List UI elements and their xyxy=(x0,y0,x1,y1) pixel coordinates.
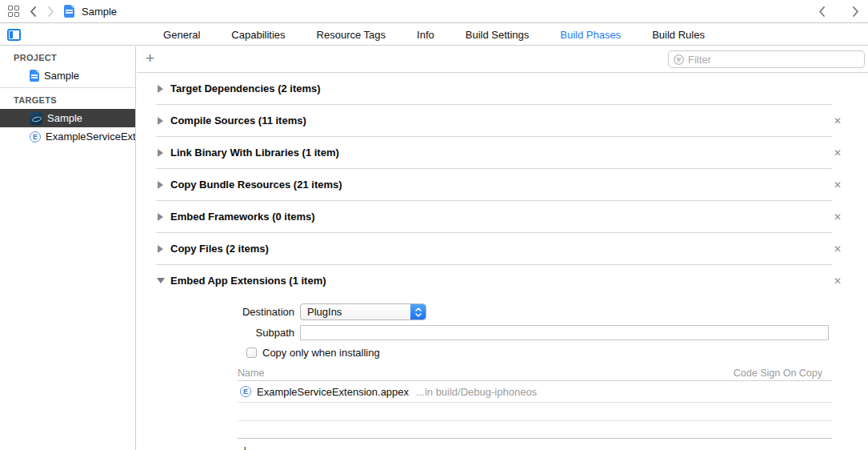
targets-section-header: TARGETS xyxy=(0,91,135,109)
filter-field[interactable] xyxy=(668,50,865,68)
tab-info[interactable]: Info xyxy=(417,29,434,41)
destination-popup[interactable]: PlugIns xyxy=(300,303,426,320)
extension-target-icon: E xyxy=(30,131,41,143)
checkbox-icon[interactable] xyxy=(246,348,257,358)
add-build-phase-button[interactable]: + xyxy=(146,50,154,67)
add-item-button[interactable]: + xyxy=(241,443,250,450)
phase-embed-app-extensions[interactable]: Embed App Extensions (1 item) ✕ xyxy=(137,265,868,296)
sidebar-item-target-sample[interactable]: Sample xyxy=(0,109,135,127)
copy-only-label: Copy only when installing xyxy=(262,347,380,359)
app-target-icon xyxy=(30,112,42,125)
name-column-header: Name xyxy=(238,368,264,379)
close-icon[interactable]: ✕ xyxy=(834,180,842,190)
phase-embed-frameworks[interactable]: Embed Frameworks (0 items) ✕ xyxy=(137,201,868,232)
sidebar-item-project-sample[interactable]: Sample xyxy=(0,66,135,85)
target-item-label: Sample xyxy=(47,112,82,124)
project-file-icon xyxy=(30,70,39,82)
disclosure-triangle-icon[interactable] xyxy=(158,149,163,157)
project-item-label: Sample xyxy=(44,70,79,82)
disclosure-triangle-icon[interactable] xyxy=(158,181,163,189)
next-issue-icon[interactable] xyxy=(851,6,860,18)
filter-icon xyxy=(674,54,684,65)
back-icon[interactable] xyxy=(29,6,38,18)
phase-compile-sources[interactable]: Compile Sources (11 items) ✕ xyxy=(137,105,868,136)
tab-resource-tags[interactable]: Resource Tags xyxy=(317,29,386,41)
tab-general[interactable]: General xyxy=(163,29,200,41)
tab-capabilities[interactable]: Capabilities xyxy=(231,29,285,41)
disclosure-triangle-icon[interactable] xyxy=(158,213,163,221)
popup-stepper-icon xyxy=(410,304,426,319)
warning-badge[interactable]: ! xyxy=(832,6,846,18)
phases-toolbar: + xyxy=(137,46,868,73)
sidebar-item-target-extension[interactable]: E ExampleServiceExte... xyxy=(0,127,135,146)
appex-file-location: ...in build/Debug-iphoneos xyxy=(416,386,537,398)
disclosure-triangle-icon[interactable] xyxy=(158,117,163,125)
target-tabs: General Capabilities Resource Tags Info … xyxy=(0,29,868,41)
related-items-grid-icon[interactable] xyxy=(8,6,20,18)
close-icon[interactable]: ✕ xyxy=(834,148,842,158)
tab-build-rules[interactable]: Build Rules xyxy=(652,29,705,41)
subpath-label: Subpath xyxy=(137,327,294,339)
disclosure-triangle-icon[interactable] xyxy=(158,245,163,253)
disclosure-triangle-icon[interactable] xyxy=(158,85,163,93)
remove-item-button[interactable]: − xyxy=(260,443,269,450)
phase-link-binary[interactable]: Link Binary With Libraries (1 item) ✕ xyxy=(137,137,868,168)
phase-target-dependencies[interactable]: Target Dependencies (2 items) xyxy=(137,73,868,104)
close-icon[interactable]: ✕ xyxy=(834,116,842,126)
copy-only-when-installing-row[interactable]: Copy only when installing xyxy=(246,347,868,359)
close-icon[interactable]: ✕ xyxy=(834,244,842,254)
appex-file-icon: E xyxy=(240,386,251,397)
forward-icon[interactable] xyxy=(46,6,55,18)
build-phases-editor: + Target Dependencies (2 items) Compile … xyxy=(137,46,868,450)
project-targets-sidebar: PROJECT Sample TARGETS Sample E ExampleS… xyxy=(0,46,136,450)
appex-file-name: ExampleServiceExtension.appex xyxy=(257,386,409,398)
project-section-header: PROJECT xyxy=(0,49,135,66)
filter-input[interactable] xyxy=(688,54,859,66)
tab-build-settings[interactable]: Build Settings xyxy=(466,29,530,41)
tab-build-phases[interactable]: Build Phases xyxy=(560,29,621,41)
window-toolbar: Sample ! xyxy=(0,0,868,23)
destination-label: Destination xyxy=(137,306,294,318)
file-icon xyxy=(64,5,74,18)
disclosure-triangle-icon[interactable] xyxy=(157,278,165,283)
breadcrumb-title[interactable]: Sample xyxy=(82,6,117,18)
embed-app-extensions-panel: Destination PlugIns Subpath Copy only wh… xyxy=(137,296,868,450)
close-icon[interactable]: ✕ xyxy=(834,212,842,222)
subpath-input[interactable] xyxy=(300,325,829,340)
sidebar-toggle-icon[interactable] xyxy=(7,29,21,41)
table-divider xyxy=(238,438,832,439)
table-row[interactable]: E ExampleServiceExtension.appex ...in bu… xyxy=(238,381,832,402)
embed-extensions-table: Name Code Sign On Copy E ExampleServiceE… xyxy=(238,366,832,450)
previous-issue-icon[interactable] xyxy=(818,6,826,18)
code-sign-column-header: Code Sign On Copy xyxy=(734,368,822,379)
sidebar-divider xyxy=(0,87,135,88)
close-icon[interactable]: ✕ xyxy=(834,276,842,286)
destination-value: PlugIns xyxy=(301,306,410,318)
editor-tab-bar: General Capabilities Resource Tags Info … xyxy=(0,24,868,46)
target-item-label: ExampleServiceExte... xyxy=(46,131,135,143)
phase-copy-bundle-resources[interactable]: Copy Bundle Resources (21 items) ✕ xyxy=(137,169,868,200)
phase-copy-files[interactable]: Copy Files (2 items) ✕ xyxy=(137,233,868,264)
